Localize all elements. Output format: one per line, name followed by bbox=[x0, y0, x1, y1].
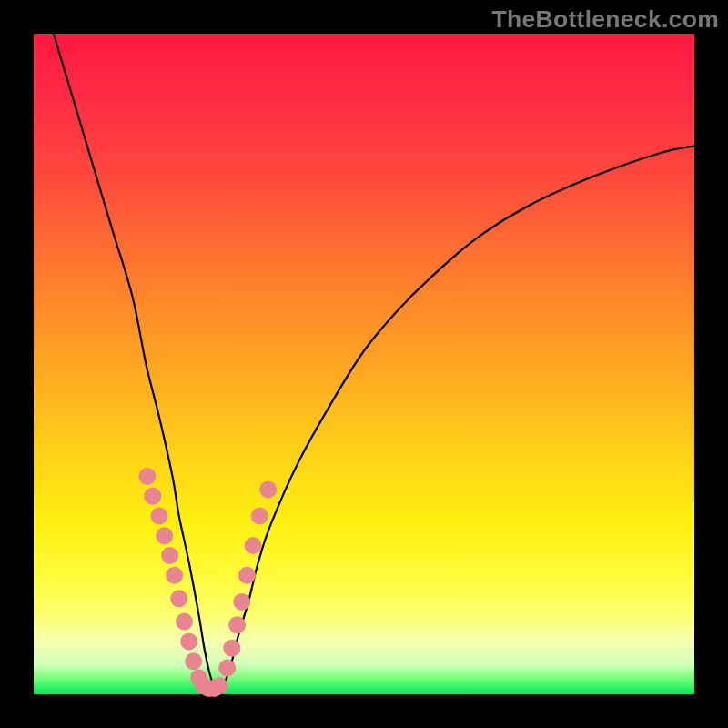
data-point bbox=[138, 468, 156, 485]
data-point bbox=[238, 567, 256, 584]
chart-svg bbox=[34, 34, 694, 694]
data-point bbox=[144, 488, 161, 505]
watermark-text: TheBottleneck.com bbox=[491, 5, 719, 34]
data-point bbox=[218, 660, 236, 677]
data-point bbox=[156, 527, 173, 544]
data-point bbox=[259, 480, 277, 498]
data-point bbox=[180, 632, 197, 650]
data-point bbox=[185, 652, 202, 670]
plot-area bbox=[34, 34, 694, 694]
chart-frame: TheBottleneck.com bbox=[0, 0, 728, 728]
data-point bbox=[245, 537, 262, 554]
data-point bbox=[251, 508, 268, 525]
data-point bbox=[170, 590, 187, 607]
data-point bbox=[150, 508, 167, 525]
bottleneck-curve bbox=[54, 34, 694, 688]
data-point bbox=[176, 613, 193, 631]
data-point bbox=[166, 567, 183, 584]
data-point bbox=[228, 616, 246, 633]
data-point bbox=[161, 547, 178, 564]
data-point bbox=[223, 640, 240, 657]
data-point bbox=[211, 677, 228, 694]
data-point bbox=[233, 593, 250, 611]
